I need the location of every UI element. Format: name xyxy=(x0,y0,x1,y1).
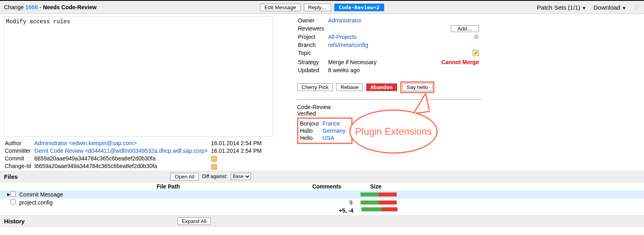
expand-all-button[interactable]: Expand All xyxy=(177,217,211,225)
say-hello-highlight: Say hello xyxy=(400,81,434,93)
download-dropdown[interactable]: Download ▼ xyxy=(593,4,626,11)
verified-label: Verified xyxy=(297,110,490,117)
greetings-highlight: BonjourFrance HalloGermany HelloUSA xyxy=(297,118,353,144)
edit-message-button[interactable]: Edit Message xyxy=(260,4,301,11)
changeid-label: Change-Id xyxy=(5,163,33,170)
files-table-header: File Path Comments Size xyxy=(0,182,644,190)
strategy-value: Merge if Necessary xyxy=(328,59,440,66)
changeid-value: I6659a20aae949a344784c365c6bea8ef2d0b30f… xyxy=(34,163,157,169)
greeting-row: BonjourFrance xyxy=(300,120,348,127)
greeting-row: HalloGermany xyxy=(300,128,348,134)
size-bar xyxy=(361,207,397,211)
reply-button[interactable]: Reply… xyxy=(304,4,331,11)
greeting-row: HelloUSA xyxy=(300,135,348,141)
author-date: 16.01.2014 2:54 PM xyxy=(211,140,264,147)
size-bar xyxy=(361,201,397,205)
file-name: Commit Message xyxy=(19,191,308,198)
status-sep: - xyxy=(39,4,41,10)
gear-icon[interactable]: ⚙ xyxy=(474,34,479,40)
code-review-label: Code-Review xyxy=(297,104,490,110)
file-checkbox[interactable] xyxy=(10,191,16,197)
country-link[interactable]: USA xyxy=(322,135,334,141)
project-label: Project xyxy=(298,34,327,41)
change-status: Needs Code-Review xyxy=(43,4,97,10)
project-link[interactable]: All-Projects xyxy=(328,34,357,40)
file-row[interactable]: ▶ Commit Message xyxy=(0,190,644,199)
open-all-button[interactable]: Open All xyxy=(170,173,199,180)
files-totals-row: +5, -4 xyxy=(0,207,644,215)
change-number-link[interactable]: 1668 xyxy=(25,4,38,10)
totals-text: +5, -4 xyxy=(309,207,353,214)
file-comments: 9 xyxy=(308,199,353,206)
history-title: History xyxy=(4,218,25,225)
committer-link[interactable]: Gerrit Code Review <d044411@wdfm00349532… xyxy=(34,148,208,154)
reviewers-label: Reviewers xyxy=(298,25,327,33)
file-name: project.config xyxy=(19,199,308,206)
copy-icon[interactable] xyxy=(211,156,217,162)
rebase-button[interactable]: Rebase xyxy=(336,83,363,91)
owner-link[interactable]: Administrator xyxy=(328,17,361,24)
committer-label: Committer xyxy=(5,148,33,154)
country-link[interactable]: France xyxy=(322,120,340,127)
size-bar xyxy=(361,192,397,197)
updated-value: 8 weeks ago xyxy=(328,67,482,74)
author-label: Author xyxy=(5,140,33,147)
files-title: Files xyxy=(4,173,18,180)
header-right: Patch Sets (1/1) ▼ Download ▼ ☆ xyxy=(537,3,640,12)
commit-message-box: Modify access rules xyxy=(4,16,273,137)
review-labels-section: Code-Review Verified BonjourFrance Hallo… xyxy=(297,104,490,145)
change-info-table: Owner Administrator Reviewers Add… Proje… xyxy=(297,16,483,75)
col-filepath: File Path xyxy=(157,183,305,190)
diff-against-select[interactable]: Base xyxy=(231,173,251,180)
cherry-pick-button[interactable]: Cherry Pick xyxy=(297,83,333,91)
copy-icon[interactable] xyxy=(211,164,217,170)
cannot-merge-badge: Cannot Merge xyxy=(441,59,482,66)
edit-icon[interactable] xyxy=(473,50,479,56)
strategy-label: Strategy xyxy=(298,59,327,66)
col-comments: Comments xyxy=(305,183,341,190)
commit-label: Commit xyxy=(5,155,33,162)
file-row[interactable]: project.config 9 xyxy=(0,199,644,207)
star-icon[interactable]: ☆ xyxy=(634,3,640,12)
header-actions: Edit Message Reply… Code-Review+2 xyxy=(260,4,384,11)
committer-date: 16.01.2014 2:54 PM xyxy=(211,148,264,154)
separator xyxy=(297,99,482,100)
commit-meta-table: Author Administrator <edwin.kempin@sap.c… xyxy=(4,139,265,171)
files-section-bar: Files Open All Diff against: Base xyxy=(0,171,644,182)
col-size: Size xyxy=(349,183,381,190)
commit-hash: 6659a20aae949a344784c365c6bea8ef2d0b30fa xyxy=(34,155,155,162)
abandon-button[interactable]: Abandon xyxy=(366,83,397,91)
owner-label: Owner xyxy=(298,17,327,24)
change-actions-row: Cherry Pick Rebase Abandon Say hello xyxy=(297,79,490,93)
code-review-plus2-button[interactable]: Code-Review+2 xyxy=(334,4,384,11)
say-hello-button[interactable]: Say hello xyxy=(402,83,432,91)
expand-icon[interactable]: ▶ xyxy=(7,192,10,197)
chevron-down-icon: ▼ xyxy=(582,6,586,10)
change-title: Change 1668 - Needs Code-Review xyxy=(4,4,97,10)
change-label: Change xyxy=(4,4,24,10)
branch-link[interactable]: refs/meta/config xyxy=(328,42,368,48)
patch-sets-dropdown[interactable]: Patch Sets (1/1) ▼ xyxy=(537,4,587,11)
file-checkbox[interactable] xyxy=(10,199,16,205)
greetings-table: BonjourFrance HalloGermany HelloUSA xyxy=(299,120,349,142)
add-reviewer-button[interactable]: Add… xyxy=(451,25,479,32)
author-link[interactable]: Administrator <edwin.kempin@sap.com> xyxy=(34,140,137,146)
history-section-bar: History Expand All xyxy=(0,215,644,227)
chevron-down-icon: ▼ xyxy=(622,6,626,10)
country-link[interactable]: Germany xyxy=(322,128,346,134)
branch-label: Branch xyxy=(298,42,327,49)
diff-against-label: Diff against: xyxy=(202,174,227,179)
topic-label: Topic xyxy=(298,50,327,58)
updated-label: Updated xyxy=(298,67,327,74)
change-header-bar: Change 1668 - Needs Code-Review Edit Mes… xyxy=(0,0,644,14)
